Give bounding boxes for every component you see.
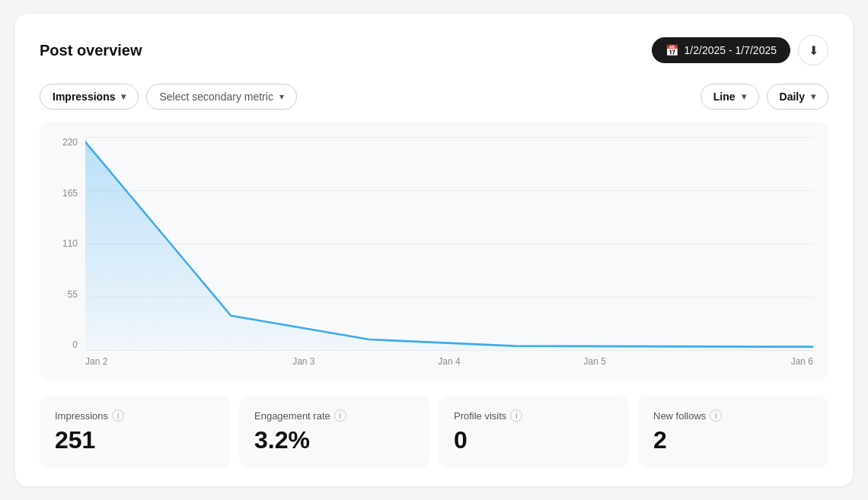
stat-label-2: Profile visits i xyxy=(454,409,614,422)
y-axis: 220 165 110 55 0 xyxy=(55,137,82,350)
stat-label-3: New follows i xyxy=(653,409,813,422)
stat-info-icon-3: i xyxy=(710,409,722,422)
download-button[interactable]: ⬇ xyxy=(798,35,828,65)
post-overview-card: Post overview 📅 1/2/2025 - 1/7/2025 ⬇ Im… xyxy=(15,14,853,486)
chevron-down-icon: ▾ xyxy=(279,91,284,102)
chevron-down-icon: ▾ xyxy=(742,91,746,102)
download-icon: ⬇ xyxy=(809,43,819,58)
interval-label: Daily xyxy=(780,91,805,103)
secondary-metric-label: Select secondary metric xyxy=(159,91,273,103)
stats-row: Impressions i 251 Engagement rate i 3.2%… xyxy=(40,396,828,468)
chevron-down-icon: ▾ xyxy=(811,91,815,102)
stat-card-2: Profile visits i 0 xyxy=(439,396,629,468)
stat-value-1: 3.2% xyxy=(254,426,414,454)
y-label-220: 220 xyxy=(62,137,78,148)
stat-info-icon-1: i xyxy=(334,409,346,422)
stat-info-icon-2: i xyxy=(510,409,522,422)
chart-type-dropdown[interactable]: Line ▾ xyxy=(700,84,759,110)
chart-area-fill xyxy=(85,142,813,350)
x-label-jan6: Jan 6 xyxy=(668,356,813,367)
page-title: Post overview xyxy=(40,42,142,59)
x-label-jan5: Jan 5 xyxy=(522,356,668,367)
stat-card-3: New follows i 2 xyxy=(638,396,828,468)
primary-metric-dropdown[interactable]: Impressions ▾ xyxy=(40,84,139,110)
stat-value-0: 251 xyxy=(55,426,215,454)
y-label-110: 110 xyxy=(62,238,78,249)
chart-container: 220 165 110 55 0 xyxy=(55,137,813,381)
x-label-jan3: Jan 3 xyxy=(231,356,376,367)
date-range-button[interactable]: 📅 1/2/2025 - 1/7/2025 xyxy=(652,37,790,63)
chart-area: 220 165 110 55 0 xyxy=(40,122,828,381)
x-label-jan2: Jan 2 xyxy=(85,356,231,367)
y-label-165: 165 xyxy=(62,188,78,199)
y-label-55: 55 xyxy=(68,289,78,300)
y-label-0: 0 xyxy=(72,339,78,350)
primary-metric-label: Impressions xyxy=(53,91,115,103)
metric-controls: Impressions ▾ Select secondary metric ▾ xyxy=(40,84,297,110)
calendar-icon: 📅 xyxy=(665,44,678,56)
chart-type-label: Line xyxy=(713,91,736,103)
header-actions: 📅 1/2/2025 - 1/7/2025 ⬇ xyxy=(652,35,828,65)
date-range-label: 1/2/2025 - 1/7/2025 xyxy=(685,44,777,56)
chevron-down-icon: ▾ xyxy=(121,91,126,102)
chart-controls: Impressions ▾ Select secondary metric ▾ … xyxy=(40,84,828,110)
line-chart-svg xyxy=(85,137,813,350)
display-controls: Line ▾ Daily ▾ xyxy=(700,84,828,110)
interval-dropdown[interactable]: Daily ▾ xyxy=(767,84,828,110)
stat-info-icon-0: i xyxy=(112,409,124,422)
chart-inner xyxy=(85,137,813,350)
stat-label-1: Engagement rate i xyxy=(254,409,414,422)
x-axis: Jan 2 Jan 3 Jan 4 Jan 5 Jan 6 xyxy=(85,350,813,381)
secondary-metric-dropdown[interactable]: Select secondary metric ▾ xyxy=(146,84,296,110)
stat-card-1: Engagement rate i 3.2% xyxy=(239,396,429,468)
stat-value-2: 0 xyxy=(454,426,614,454)
stat-value-3: 2 xyxy=(653,426,813,454)
stat-card-0: Impressions i 251 xyxy=(40,396,230,468)
x-label-jan4: Jan 4 xyxy=(376,356,522,367)
stat-label-0: Impressions i xyxy=(55,409,215,422)
header: Post overview 📅 1/2/2025 - 1/7/2025 ⬇ xyxy=(40,35,828,65)
